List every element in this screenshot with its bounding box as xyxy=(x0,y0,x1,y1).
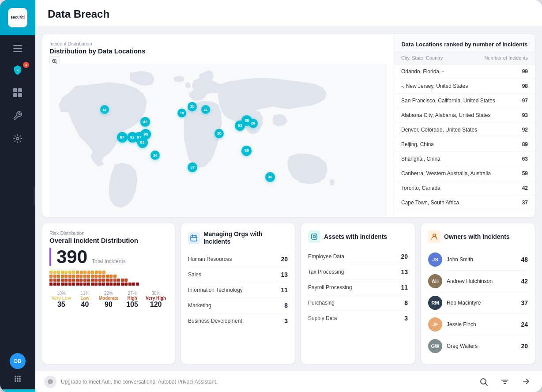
risk-dot xyxy=(94,279,98,282)
sidebar-logo[interactable]: securiti xyxy=(0,0,35,35)
asset-row: Purchasing8 xyxy=(308,295,408,311)
sidebar-item-dashboard[interactable] xyxy=(0,81,35,104)
risk-pct: 10% xyxy=(49,291,73,296)
map-dot[interactable]: 21 xyxy=(201,105,210,114)
map-dot[interactable]: 37 xyxy=(188,162,197,172)
sidebar-item-settings[interactable] xyxy=(0,127,35,150)
location-count: 89 xyxy=(522,141,528,147)
svg-point-17 xyxy=(19,380,21,382)
risk-dot xyxy=(49,275,53,278)
location-count: 98 xyxy=(522,83,528,89)
dot-group xyxy=(49,283,139,286)
search-button[interactable] xyxy=(477,375,491,389)
sidebar-item-shield[interactable]: 4 4 xyxy=(0,58,35,81)
org-label: Human Resources xyxy=(188,256,232,262)
location-count: 97 xyxy=(522,98,528,104)
risk-title: Overall Incident Distribution xyxy=(49,237,168,244)
locations-table-header: Data Locations ranked by number of Incid… xyxy=(394,34,535,52)
risk-dot xyxy=(128,283,132,286)
page-header: Data Breach xyxy=(35,0,542,27)
map-dot[interactable]: 18 xyxy=(100,105,109,114)
location-row: Denver, Colorado, United States92 xyxy=(394,123,535,137)
risk-dot xyxy=(79,283,83,286)
location-row: Cape Town, South Africa37 xyxy=(394,196,535,210)
map-dot[interactable]: 36 xyxy=(265,172,275,182)
assets-icon xyxy=(308,230,320,243)
owner-left: AH Andrew Hutchinson xyxy=(428,274,493,288)
grid-dots-icon[interactable] xyxy=(10,371,26,387)
risk-dot xyxy=(91,275,94,278)
risk-dot xyxy=(83,271,87,274)
locations-list[interactable]: Orlando, Florida, -99-, New Jersey, Unit… xyxy=(394,64,535,210)
menu-icon[interactable] xyxy=(0,39,35,58)
owner-left: GW Greg Walters xyxy=(428,339,478,353)
location-row: Toronto, Canada42 xyxy=(394,181,535,196)
chat-bubble-icon xyxy=(44,376,56,388)
risk-bar-item: 27% High 105 xyxy=(120,291,144,309)
risk-dot xyxy=(109,283,113,286)
managing-orgs-panel: Managing Orgs with Incidents Human Resou… xyxy=(181,223,295,364)
risk-dot xyxy=(49,271,53,274)
owners-header: Owners with Incidents xyxy=(428,230,528,243)
owners-rows: JS John Smith 48 AH Andrew Hutchinson 42… xyxy=(428,249,528,357)
asset-row: Employee Data20 xyxy=(308,249,408,264)
risk-dot xyxy=(64,279,68,282)
location-count: 42 xyxy=(522,185,528,191)
risk-dot xyxy=(91,279,94,282)
asset-label: Employee Data xyxy=(308,253,344,260)
org-label: Information Technology xyxy=(188,287,243,293)
risk-dot xyxy=(102,279,105,282)
location-count: 99 xyxy=(522,68,528,75)
map-dot[interactable]: 18 xyxy=(177,109,186,117)
risk-dot xyxy=(64,283,68,286)
user-avatar[interactable]: DB xyxy=(10,353,26,369)
owners-panel: Owners with Incidents JS John Smith 48 A… xyxy=(421,223,535,364)
sidebar-item-tools[interactable] xyxy=(0,104,35,127)
location-count: 59 xyxy=(522,170,528,177)
risk-dot xyxy=(68,279,72,282)
map-dot[interactable]: 99 xyxy=(137,137,148,148)
location-name: Beijing, China xyxy=(401,141,434,147)
dot-group xyxy=(76,271,105,274)
map-dot[interactable]: 63 xyxy=(235,121,245,131)
map-dot[interactable]: 97 xyxy=(117,132,128,143)
risk-dot xyxy=(80,271,83,274)
risk-dot xyxy=(113,275,117,278)
page-title: Data Breach xyxy=(48,8,530,20)
risk-dot xyxy=(109,279,113,282)
risk-value: 35 xyxy=(49,301,73,309)
org-row: Sales13 xyxy=(188,267,288,283)
risk-dot xyxy=(121,279,124,282)
sidebar-bottom: DB xyxy=(10,353,26,392)
svg-rect-4 xyxy=(13,88,17,92)
map-dot[interactable]: 26 xyxy=(248,119,258,128)
owner-count: 20 xyxy=(521,343,528,350)
location-name: -, New Jersey, United States xyxy=(401,83,468,89)
map-dot[interactable]: 28 xyxy=(188,102,197,111)
total-number: 390 xyxy=(49,248,87,266)
risk-bar-item: 10% Very Low 35 xyxy=(49,291,73,309)
location-row: Orlando, Florida, -99 xyxy=(394,64,535,79)
risk-dot xyxy=(57,271,60,274)
map-dot[interactable]: 30 xyxy=(215,129,224,138)
svg-rect-5 xyxy=(18,88,22,92)
risk-panel: Risk Distribution Overall Incident Distr… xyxy=(42,223,175,364)
filter-button[interactable] xyxy=(498,375,512,389)
owner-count: 42 xyxy=(521,278,528,285)
map-dot[interactable]: 59 xyxy=(241,146,252,156)
map-dot[interactable]: 34 xyxy=(151,151,160,160)
risk-dot xyxy=(106,279,109,282)
owner-name: Greg Walters xyxy=(447,343,478,349)
dot-matrix xyxy=(49,271,168,286)
share-button[interactable] xyxy=(519,375,533,389)
owner-row: JF Jessie Finch 24 xyxy=(428,314,528,335)
asset-value: 20 xyxy=(401,253,408,260)
total-label: Total Incidents xyxy=(92,258,126,264)
risk-value: 120 xyxy=(144,301,168,309)
owner-count: 48 xyxy=(521,256,528,263)
map-dot[interactable]: 42 xyxy=(140,117,150,127)
main-content: Data Breach Incident Distribution Distri… xyxy=(35,0,542,392)
chat-prompt: Upgrade to meet Auti, the conversational… xyxy=(44,376,218,388)
asset-row: Payroll Processing11 xyxy=(308,280,408,295)
risk-dot xyxy=(87,279,90,282)
